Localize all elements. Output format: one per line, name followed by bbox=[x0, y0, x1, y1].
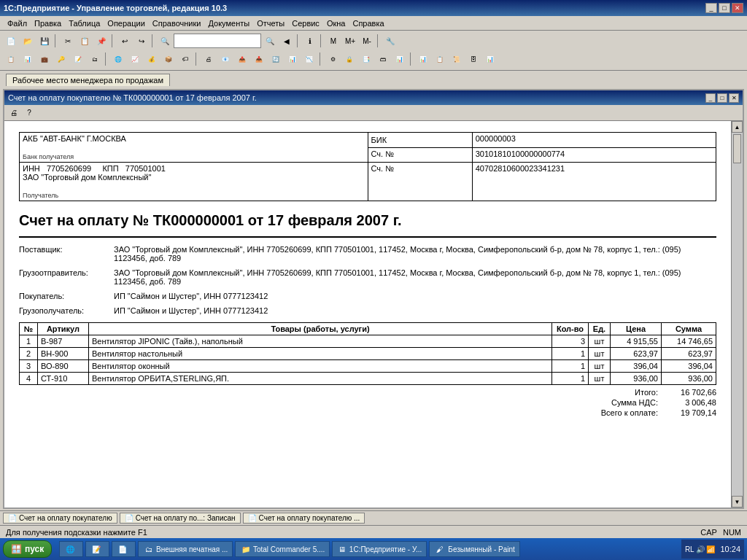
buyer-row: Покупатель: ИП "Саймон и Шустер", ИНН 07… bbox=[19, 292, 716, 300]
status-tab-1-icon: 📄 bbox=[8, 514, 17, 522]
doc-minimize[interactable]: _ bbox=[705, 93, 716, 103]
taskbar-app-word[interactable]: 📝 bbox=[85, 541, 109, 557]
tb2-16[interactable]: 🔄 bbox=[268, 51, 284, 67]
tb2-20[interactable]: 🔒 bbox=[341, 51, 357, 67]
kpp-value: 770501001 bbox=[125, 164, 166, 173]
tb-undo[interactable]: ↩ bbox=[117, 33, 133, 49]
bottom-hint-bar: Для получения подсказки нажмите F1 CAP N… bbox=[0, 525, 747, 538]
scroll-down[interactable]: ▼ bbox=[732, 496, 743, 508]
tb-save[interactable]: 💾 bbox=[36, 33, 53, 49]
tb2-6[interactable]: 🗂 bbox=[87, 51, 103, 67]
taskbar-app-commander[interactable]: 📁 Total Commander 5.... bbox=[235, 541, 330, 557]
taskbar-app-doc[interactable]: 📄 bbox=[112, 541, 136, 557]
tb-paste[interactable]: 📌 bbox=[93, 33, 109, 49]
menu-operations[interactable]: Операции bbox=[104, 18, 148, 28]
tb2-19[interactable]: ⚙ bbox=[325, 51, 341, 67]
tb2-28[interactable]: 📊 bbox=[482, 51, 498, 67]
tb2-15[interactable]: 📥 bbox=[251, 51, 267, 67]
tb2-14[interactable]: 📤 bbox=[234, 51, 250, 67]
tb-extra[interactable]: 🔧 bbox=[382, 33, 398, 49]
tb-search-go[interactable]: 🔍 bbox=[262, 33, 278, 49]
col-unit: Ед. bbox=[589, 323, 611, 335]
menu-table[interactable]: Таблица bbox=[65, 18, 104, 28]
menu-reference[interactable]: Справочники bbox=[149, 18, 205, 28]
scroll-thumb[interactable] bbox=[733, 134, 741, 163]
menu-reports[interactable]: Отчеты bbox=[253, 18, 288, 28]
status-tab-1[interactable]: 📄 Счет на оплату покупателю bbox=[3, 513, 117, 524]
scrollbar[interactable]: ▲ ▼ bbox=[731, 121, 743, 508]
tb2-25[interactable]: 📋 bbox=[432, 51, 448, 67]
doc-toolbar: 🖨 ? bbox=[4, 105, 743, 121]
minimize-button[interactable]: _ bbox=[705, 3, 717, 13]
menu-service[interactable]: Сервис bbox=[288, 18, 323, 28]
cell-article: ВН-900 bbox=[38, 348, 89, 360]
tb2-9[interactable]: 💰 bbox=[144, 51, 160, 67]
buyer-label: Покупатель: bbox=[19, 292, 114, 300]
tb2-17[interactable]: 📊 bbox=[285, 51, 301, 67]
tb-cut[interactable]: ✂ bbox=[60, 33, 76, 49]
tb-search-back[interactable]: ◀ bbox=[279, 33, 295, 49]
doc-tb-print[interactable]: 🖨 bbox=[7, 106, 20, 120]
kpp-label: КПП bbox=[102, 164, 118, 173]
maximize-button[interactable]: □ bbox=[719, 3, 730, 13]
doc-maximize[interactable]: □ bbox=[717, 93, 727, 103]
cell-article: В-987 bbox=[38, 335, 89, 348]
search-input[interactable] bbox=[174, 34, 261, 48]
tb2-7[interactable]: 🌐 bbox=[110, 51, 126, 67]
menu-help[interactable]: Справка bbox=[349, 18, 387, 28]
tb2-1[interactable]: 📋 bbox=[3, 51, 19, 67]
taskbar-app-external-print[interactable]: 🗂 Внешняя печатная ... bbox=[138, 541, 233, 557]
status-tab-3[interactable]: 📄 Счет на оплату покупателю ... bbox=[243, 513, 365, 524]
tb-find[interactable]: 🔍 bbox=[157, 33, 173, 49]
tb-mminus[interactable]: M- bbox=[359, 33, 375, 49]
tb2-27[interactable]: 🗄 bbox=[465, 51, 481, 67]
total-value: 19 709,14 bbox=[658, 408, 716, 417]
start-button[interactable]: 🪟 пуск bbox=[3, 540, 52, 558]
menu-windows[interactable]: Окна bbox=[323, 18, 349, 28]
tb2-22[interactable]: 🗃 bbox=[375, 51, 391, 67]
workplace-tab[interactable]: Рабочее место менеджера по продажам bbox=[6, 74, 170, 86]
tb2-4[interactable]: 🔑 bbox=[53, 51, 69, 67]
tb2-26[interactable]: 📜 bbox=[449, 51, 465, 67]
taskbar-app-paint[interactable]: 🖌 Безымянный - Paint bbox=[429, 541, 519, 557]
tb2-13[interactable]: 📧 bbox=[217, 51, 233, 67]
tb-new[interactable]: 📄 bbox=[3, 33, 19, 49]
tb2-2[interactable]: 📊 bbox=[20, 51, 36, 67]
tb-mplus[interactable]: M+ bbox=[342, 33, 358, 49]
taskbar-app-browser[interactable]: 🌐 bbox=[59, 541, 83, 557]
tb2-3[interactable]: 💼 bbox=[36, 51, 53, 67]
tray-icons: 🔊 📶 bbox=[696, 545, 716, 553]
status-tab-3-icon: 📄 bbox=[248, 514, 257, 522]
tb-open[interactable]: 📂 bbox=[20, 33, 36, 49]
doc-tb-help[interactable]: ? bbox=[23, 106, 36, 120]
bik-value: 000000003 bbox=[476, 134, 516, 143]
tb-info[interactable]: ℹ bbox=[302, 33, 318, 49]
tb-redo[interactable]: ↪ bbox=[133, 33, 150, 49]
tb2-21[interactable]: 📑 bbox=[358, 51, 374, 67]
scroll-up[interactable]: ▲ bbox=[732, 121, 743, 133]
sch-value: 30101810100000000774 bbox=[476, 149, 565, 158]
tb-copy[interactable]: 📋 bbox=[77, 33, 93, 49]
tb-m[interactable]: M bbox=[325, 33, 341, 49]
menu-documents[interactable]: Документы bbox=[204, 18, 253, 28]
tb2-8[interactable]: 📈 bbox=[127, 51, 143, 67]
tb2-11[interactable]: 🏷 bbox=[177, 51, 193, 67]
tb2-5[interactable]: 📝 bbox=[70, 51, 86, 67]
tb2-24[interactable]: 📊 bbox=[415, 51, 431, 67]
taskbar-time: 10:24 bbox=[720, 545, 740, 553]
menu-edit[interactable]: Правка bbox=[31, 18, 65, 28]
doc-title-bar: Счет на оплату покупателю № ТК000000001 … bbox=[4, 90, 743, 105]
taskbar-app-1c[interactable]: 🖥 1С:Предприятие - У... bbox=[332, 541, 427, 557]
tb2-18[interactable]: 📉 bbox=[301, 51, 317, 67]
tb2-10[interactable]: 📦 bbox=[160, 51, 177, 67]
cell-price: 936,00 bbox=[611, 373, 662, 385]
external-print-label: Внешняя печатная ... bbox=[156, 545, 228, 553]
close-button[interactable]: ✕ bbox=[732, 3, 743, 13]
menu-file[interactable]: Файл bbox=[4, 18, 31, 28]
status-tab-2[interactable]: 📄 Счет на оплату по...: Записан bbox=[120, 513, 241, 524]
tb2-12[interactable]: 🖨 bbox=[201, 51, 217, 67]
doc-close[interactable]: ✕ bbox=[729, 93, 739, 103]
cell-article: ВО-890 bbox=[38, 360, 89, 373]
tb2-23[interactable]: 📊 bbox=[392, 51, 408, 67]
sep7 bbox=[105, 52, 108, 66]
